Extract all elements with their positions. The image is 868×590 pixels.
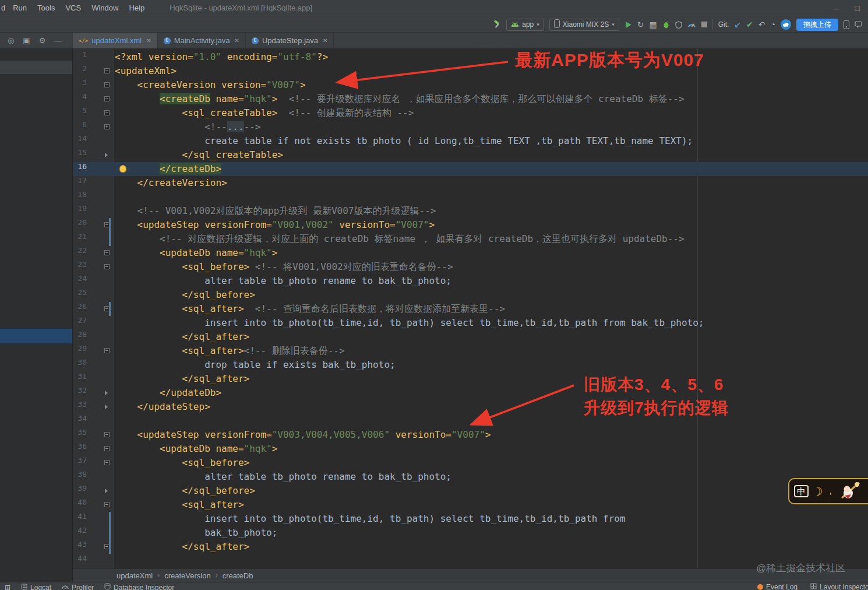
build-hammer-icon[interactable] [493, 20, 501, 29]
code-line[interactable]: 22 <updateDb name="hqk"> [73, 246, 868, 260]
code-line[interactable]: 35 <updateStep versionFrom="V003,V004,V0… [73, 428, 868, 442]
stop-icon[interactable] [701, 22, 707, 27]
project-tool-window[interactable] [0, 49, 73, 582]
run-configuration-select[interactable]: app ▾ [506, 19, 544, 31]
code-line[interactable]: 20 <updateStep versionFrom="V001,V002" v… [73, 218, 868, 232]
code-line[interactable]: 30 drop table if exists bak_tb_photo; [73, 358, 868, 372]
fold-marker-icon[interactable] [104, 82, 110, 87]
project-item-selected[interactable] [0, 329, 72, 343]
code-line[interactable]: 36 <updateDb name="hqk"> [73, 442, 868, 456]
drag-upload-button[interactable]: 拖拽上传 [796, 19, 838, 31]
close-icon[interactable]: ✕ [234, 37, 239, 44]
code-line[interactable]: 2<updateXml> [73, 64, 868, 78]
code-editor[interactable]: 1<?xml version="1.0" encoding="utf-8"?>2… [73, 49, 868, 568]
code-line[interactable]: 39 </sql_before> [73, 484, 868, 498]
code-line[interactable]: 19 <!-- V001,V002对应版本的app升级到 最新V007版本的升级… [73, 204, 868, 218]
code-line[interactable]: 18 [73, 190, 868, 204]
breadcrumb-createdb[interactable]: createDb [223, 571, 253, 580]
code-line[interactable]: 43 </sql_after> [73, 540, 868, 554]
code-line[interactable]: 17 </createVersion> [73, 176, 868, 190]
profiler-toolwindow-button[interactable]: Profiler [62, 584, 94, 590]
minimize-button[interactable]: – [834, 3, 839, 13]
maximize-button[interactable]: □ [855, 3, 860, 13]
fold-marker-icon[interactable] [104, 460, 110, 465]
fold-marker-icon[interactable] [105, 391, 108, 395]
code-line[interactable]: 1<?xml version="1.0" encoding="utf-8"?> [73, 50, 868, 64]
code-line[interactable]: 24 alter table tb_photo rename to bak_tb… [73, 274, 868, 288]
fold-marker-icon[interactable] [104, 96, 110, 101]
tab-updatexml[interactable]: </> updateXml.xml ✕ [73, 33, 158, 48]
code-line[interactable]: 40 <sql_after> [73, 498, 868, 512]
fold-marker-icon[interactable] [105, 489, 108, 493]
code-line[interactable]: 5 <sql_createTable> <!-- 创建最新的表结构 --> [73, 106, 868, 120]
fold-marker-icon[interactable] [104, 306, 110, 311]
code-line[interactable]: 3 <createVersion version="V007"> [73, 78, 868, 92]
git-revert-icon[interactable]: ↶ [758, 20, 765, 29]
split-editor-icon[interactable]: ▣ [23, 36, 30, 45]
debug-bug-icon[interactable] [662, 21, 670, 29]
fold-marker-icon[interactable] [104, 250, 110, 255]
breadcrumb-updatexml[interactable]: updateXml [117, 571, 153, 580]
code-line[interactable]: 38 alter table tb_photo rename to bak_tb… [73, 470, 868, 484]
menu-tools[interactable]: Tools [32, 3, 60, 12]
editor-settings-gear-icon[interactable]: ⚙ [39, 36, 46, 45]
git-update-icon[interactable]: ↙ [734, 20, 741, 29]
code-line[interactable]: 6 <!--...--> [73, 120, 868, 134]
code-line[interactable]: 4 <createDb name="hqk"> <!-- 要升级数据库对应名 ，… [73, 92, 868, 106]
code-line[interactable]: 42 bak_tb_photo; [73, 526, 868, 540]
fold-marker-icon[interactable] [104, 446, 110, 451]
code-line[interactable]: 31 </sql_after> [73, 372, 868, 386]
breadcrumb-createversion[interactable]: createVersion [164, 571, 211, 580]
fold-marker-icon[interactable] [104, 264, 110, 269]
code-line[interactable]: 32 </updateDb> [73, 386, 868, 400]
code-line[interactable]: 21 <!-- 对应数据升级逻辑，对应上面的 createDb 标签name ，… [73, 232, 868, 246]
device-select[interactable]: Xiaomi MIX 2S ▾ [549, 19, 619, 31]
restart-activity-icon[interactable]: ↻ [637, 20, 644, 29]
attach-debugger-shield-icon[interactable] [675, 21, 682, 29]
coverage-icon[interactable]: ▦ [649, 20, 657, 29]
device-mirror-icon[interactable] [844, 20, 849, 29]
fold-marker-icon[interactable] [104, 544, 110, 549]
code-line[interactable]: 25 </sql_before> [73, 288, 868, 302]
code-line[interactable]: 27 insert into tb_photo(tb_time,id, tb_p… [73, 316, 868, 330]
tab-updatestep[interactable]: C UpdateStep.java ✕ [246, 33, 334, 48]
fold-marker-icon[interactable] [105, 405, 108, 409]
history-clock-icon[interactable]: ◔ [771, 20, 775, 29]
code-line[interactable]: 33 </updateStep> [73, 400, 868, 414]
code-line[interactable]: 29 <sql_after><!-- 删除旧表备份--> [73, 344, 868, 358]
menu-window[interactable]: Window [86, 3, 124, 12]
code-line[interactable]: 14 create table if not exists tb_photo (… [73, 134, 868, 148]
git-commit-icon[interactable]: ✔ [746, 20, 753, 29]
fold-marker-icon[interactable] [104, 502, 110, 507]
menu-build-partial[interactable]: d [0, 3, 8, 12]
event-log-button[interactable]: Event Log [757, 583, 798, 590]
fold-marker-icon[interactable] [105, 153, 108, 157]
menu-help[interactable]: Help [124, 3, 150, 12]
menu-vcs[interactable]: VCS [60, 3, 86, 12]
hide-panel-icon[interactable]: — [54, 36, 62, 45]
layout-inspector-button[interactable]: Layout Inspector [810, 583, 868, 590]
close-icon[interactable]: ✕ [146, 37, 151, 44]
fold-marker-icon[interactable] [104, 68, 110, 73]
fold-marker-icon[interactable] [104, 124, 110, 129]
project-item-hover[interactable] [0, 61, 72, 74]
code-line[interactable]: 41 insert into tb_photo(tb_time,id, tb_p… [73, 512, 868, 526]
menu-run[interactable]: Run [8, 3, 32, 12]
code-line[interactable]: 26 <sql_after> <!-- 查询重命名后旧表数据，将对应数据添加至新… [73, 302, 868, 316]
close-icon[interactable]: ✕ [323, 37, 327, 44]
code-line[interactable]: 15 </sql_createTable> [73, 148, 868, 162]
code-line[interactable]: 37 <sql_before> [73, 456, 868, 470]
code-line[interactable]: 34 [73, 414, 868, 428]
profiler-gauge-icon[interactable] [687, 21, 696, 28]
logcat-toolwindow-button[interactable]: Logcat [21, 584, 51, 590]
database-inspector-toolwindow-button[interactable]: Database Inspector [104, 583, 174, 590]
code-line[interactable]: 16 </createDb> [73, 162, 868, 176]
select-opened-file-icon[interactable]: ◎ [8, 36, 14, 45]
fold-marker-icon[interactable] [104, 348, 110, 353]
notifications-icon[interactable] [855, 21, 862, 28]
code-line[interactable]: 28 </sql_after> [73, 330, 868, 344]
fold-marker-icon[interactable] [104, 110, 110, 115]
code-line[interactable]: 44 [73, 554, 868, 568]
run-icon[interactable] [624, 21, 632, 29]
tool-window-switcher-icon[interactable]: ⊞ [5, 584, 10, 590]
